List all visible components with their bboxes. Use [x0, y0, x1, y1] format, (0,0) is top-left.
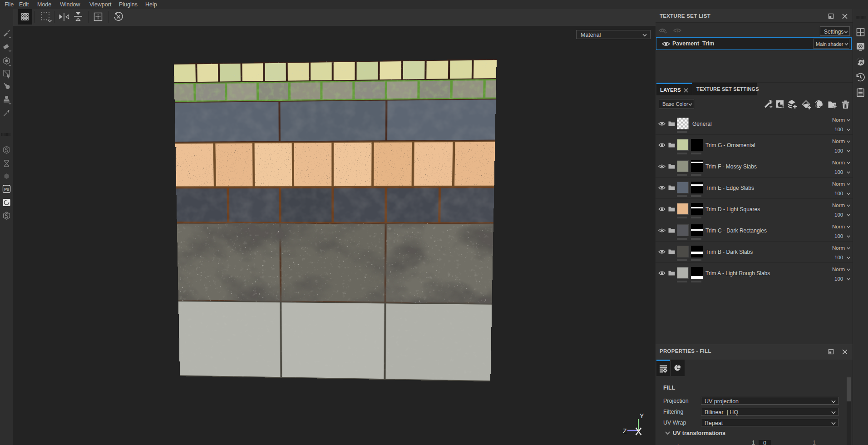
svg-text:Y: Y [640, 412, 644, 420]
svg-text:Z: Z [623, 427, 627, 435]
svg-text:1: 1 [676, 29, 678, 33]
svg-text:Ps: Ps [4, 187, 9, 192]
